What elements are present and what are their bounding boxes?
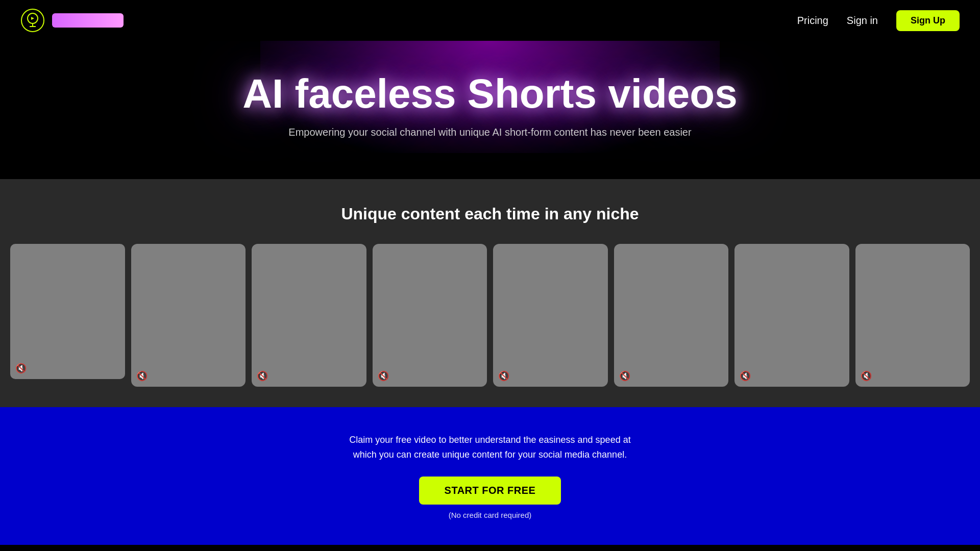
video-section: Unique content each time in any niche 🔇 … — [0, 179, 980, 407]
section-title: Unique content each time in any niche — [0, 205, 980, 223]
video-card[interactable]: 🔇 — [493, 244, 608, 387]
start-free-button[interactable]: START FOR FREE — [419, 477, 561, 505]
signin-link[interactable]: Sign in — [847, 15, 878, 27]
nav-left — [20, 8, 124, 33]
video-card[interactable]: 🔇 — [734, 244, 849, 387]
video-card[interactable]: 🔇 — [855, 244, 970, 387]
video-grid: 🔇 🔇 🔇 🔇 🔇 🔇 🔇 🔇 — [0, 244, 980, 387]
mute-icon: 🔇 — [15, 363, 27, 374]
mute-icon: 🔇 — [740, 370, 751, 382]
cta-section: Claim your free video to better understa… — [0, 407, 980, 545]
nav-right: Pricing Sign in Sign Up — [797, 10, 960, 31]
hero-subtitle: Empowering your social channel with uniq… — [20, 127, 960, 138]
cta-description: Claim your free video to better understa… — [337, 433, 643, 462]
hero-section: AI faceless Shorts videos Empowering you… — [0, 41, 980, 179]
navbar: Pricing Sign in Sign Up — [0, 0, 980, 41]
mute-icon: 🔇 — [498, 370, 509, 382]
logo-wordmark — [52, 13, 124, 28]
video-card[interactable]: 🔇 — [131, 244, 246, 387]
svg-marker-4 — [31, 17, 34, 20]
signup-button[interactable]: Sign Up — [896, 10, 960, 31]
mute-icon: 🔇 — [378, 370, 389, 382]
hero-title: AI faceless Shorts videos — [20, 71, 960, 116]
video-card[interactable]: 🔇 — [10, 244, 125, 379]
mute-icon: 🔇 — [136, 370, 148, 382]
video-card[interactable]: 🔇 — [614, 244, 729, 387]
workflow-section: WORKFLOW — [0, 545, 980, 551]
mute-icon: 🔇 — [619, 370, 630, 382]
svg-point-0 — [21, 9, 44, 32]
video-card[interactable]: 🔇 — [252, 244, 366, 387]
pricing-link[interactable]: Pricing — [797, 15, 828, 27]
video-card[interactable]: 🔇 — [373, 244, 487, 387]
logo-icon — [20, 8, 45, 33]
cta-note: (No credit card required) — [20, 511, 960, 519]
mute-icon: 🔇 — [861, 370, 872, 382]
mute-icon: 🔇 — [257, 370, 268, 382]
